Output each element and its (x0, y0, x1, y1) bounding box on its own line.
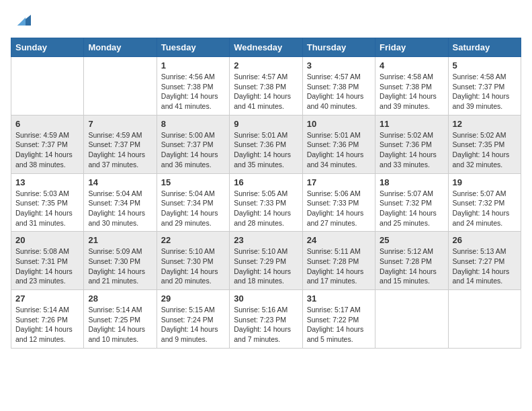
day-number: 14 (88, 177, 152, 187)
day-number: 5 (453, 60, 517, 71)
calendar-cell: 27Sunrise: 5:14 AMSunset: 7:26 PMDayligh… (11, 290, 84, 349)
calendar-cell: 24Sunrise: 5:11 AMSunset: 7:28 PMDayligh… (302, 232, 375, 290)
weekday-header-wednesday: Wednesday (230, 38, 302, 57)
calendar-cell: 4Sunrise: 4:58 AMSunset: 7:38 PMDaylight… (375, 57, 448, 116)
day-number: 23 (234, 235, 298, 245)
calendar-cell: 3Sunrise: 4:57 AMSunset: 7:38 PMDaylight… (302, 57, 375, 116)
day-number: 16 (234, 177, 298, 187)
calendar-cell: 28Sunrise: 5:14 AMSunset: 7:25 PMDayligh… (84, 290, 157, 349)
calendar-cell: 1Sunrise: 4:56 AMSunset: 7:38 PMDaylight… (157, 57, 229, 116)
day-info: Sunrise: 5:11 AMSunset: 7:28 PMDaylight:… (307, 246, 371, 286)
calendar-cell (448, 290, 521, 349)
day-number: 7 (88, 119, 152, 129)
calendar-week-row: 6Sunrise: 4:59 AMSunset: 7:37 PMDaylight… (11, 115, 521, 173)
day-info: Sunrise: 5:01 AMSunset: 7:36 PMDaylight:… (234, 130, 298, 170)
calendar-cell: 10Sunrise: 5:01 AMSunset: 7:36 PMDayligh… (302, 115, 375, 173)
day-info: Sunrise: 4:58 AMSunset: 7:37 PMDaylight:… (453, 72, 517, 111)
weekday-header-row: SundayMondayTuesdayWednesdayThursdayFrid… (11, 38, 521, 57)
day-number: 20 (15, 235, 79, 245)
day-info: Sunrise: 5:09 AMSunset: 7:30 PMDaylight:… (88, 246, 152, 286)
day-info: Sunrise: 5:10 AMSunset: 7:29 PMDaylight:… (234, 246, 298, 286)
day-number: 22 (161, 235, 225, 245)
day-number: 12 (453, 119, 517, 129)
day-info: Sunrise: 5:14 AMSunset: 7:26 PMDaylight:… (15, 305, 79, 345)
calendar-cell: 19Sunrise: 5:07 AMSunset: 7:32 PMDayligh… (448, 173, 521, 232)
day-info: Sunrise: 5:07 AMSunset: 7:32 PMDaylight:… (453, 189, 517, 228)
day-info: Sunrise: 5:13 AMSunset: 7:27 PMDaylight:… (453, 246, 517, 286)
day-number: 29 (161, 293, 225, 304)
calendar-cell: 20Sunrise: 5:08 AMSunset: 7:31 PMDayligh… (11, 232, 84, 290)
calendar-cell: 9Sunrise: 5:01 AMSunset: 7:36 PMDaylight… (230, 115, 302, 173)
day-info: Sunrise: 5:07 AMSunset: 7:32 PMDaylight:… (380, 189, 443, 228)
svg-marker-1 (17, 17, 26, 26)
day-number: 25 (380, 235, 443, 245)
day-info: Sunrise: 5:04 AMSunset: 7:34 PMDaylight:… (88, 189, 152, 228)
day-info: Sunrise: 5:03 AMSunset: 7:35 PMDaylight:… (15, 189, 79, 228)
day-number: 13 (15, 177, 79, 187)
day-info: Sunrise: 5:06 AMSunset: 7:33 PMDaylight:… (307, 189, 371, 228)
day-number: 1 (161, 60, 225, 71)
weekday-header-monday: Monday (84, 38, 157, 57)
day-info: Sunrise: 5:02 AMSunset: 7:35 PMDaylight:… (453, 130, 517, 170)
day-number: 15 (161, 177, 225, 187)
calendar-cell: 16Sunrise: 5:05 AMSunset: 7:33 PMDayligh… (230, 173, 302, 232)
day-number: 21 (88, 235, 152, 245)
day-info: Sunrise: 4:59 AMSunset: 7:37 PMDaylight:… (15, 130, 79, 170)
calendar-week-row: 20Sunrise: 5:08 AMSunset: 7:31 PMDayligh… (11, 232, 521, 290)
calendar-cell: 8Sunrise: 5:00 AMSunset: 7:37 PMDaylight… (157, 115, 229, 173)
calendar-cell: 22Sunrise: 5:10 AMSunset: 7:30 PMDayligh… (157, 232, 229, 290)
day-info: Sunrise: 5:12 AMSunset: 7:28 PMDaylight:… (380, 246, 443, 286)
calendar-cell: 21Sunrise: 5:09 AMSunset: 7:30 PMDayligh… (84, 232, 157, 290)
day-number: 10 (307, 119, 371, 129)
day-info: Sunrise: 4:56 AMSunset: 7:38 PMDaylight:… (161, 72, 225, 111)
calendar-cell: 30Sunrise: 5:16 AMSunset: 7:23 PMDayligh… (230, 290, 302, 349)
logo (11, 11, 31, 30)
logo-icon (12, 11, 31, 30)
day-number: 31 (307, 293, 371, 304)
calendar-cell: 17Sunrise: 5:06 AMSunset: 7:33 PMDayligh… (302, 173, 375, 232)
day-number: 4 (380, 60, 443, 71)
day-number: 17 (307, 177, 371, 187)
day-info: Sunrise: 4:57 AMSunset: 7:38 PMDaylight:… (307, 72, 371, 111)
day-number: 2 (234, 60, 298, 71)
calendar-week-row: 27Sunrise: 5:14 AMSunset: 7:26 PMDayligh… (11, 290, 521, 349)
calendar-cell: 29Sunrise: 5:15 AMSunset: 7:24 PMDayligh… (157, 290, 229, 349)
calendar-cell: 11Sunrise: 5:02 AMSunset: 7:36 PMDayligh… (375, 115, 448, 173)
day-number: 8 (161, 119, 225, 129)
weekday-header-sunday: Sunday (11, 38, 84, 57)
day-info: Sunrise: 5:01 AMSunset: 7:36 PMDaylight:… (307, 130, 371, 170)
calendar-cell: 13Sunrise: 5:03 AMSunset: 7:35 PMDayligh… (11, 173, 84, 232)
day-info: Sunrise: 4:58 AMSunset: 7:38 PMDaylight:… (380, 72, 443, 111)
day-number: 27 (15, 293, 79, 304)
calendar-cell: 15Sunrise: 5:04 AMSunset: 7:34 PMDayligh… (157, 173, 229, 232)
calendar-cell: 5Sunrise: 4:58 AMSunset: 7:37 PMDaylight… (448, 57, 521, 116)
calendar-cell (375, 290, 448, 349)
calendar-cell: 6Sunrise: 4:59 AMSunset: 7:37 PMDaylight… (11, 115, 84, 173)
calendar-cell (11, 57, 84, 116)
calendar-cell: 18Sunrise: 5:07 AMSunset: 7:32 PMDayligh… (375, 173, 448, 232)
calendar-cell: 12Sunrise: 5:02 AMSunset: 7:35 PMDayligh… (448, 115, 521, 173)
day-info: Sunrise: 5:00 AMSunset: 7:37 PMDaylight:… (161, 130, 225, 170)
day-info: Sunrise: 5:14 AMSunset: 7:25 PMDaylight:… (88, 305, 152, 345)
calendar-week-row: 13Sunrise: 5:03 AMSunset: 7:35 PMDayligh… (11, 173, 521, 232)
weekday-header-tuesday: Tuesday (157, 38, 229, 57)
calendar-cell: 26Sunrise: 5:13 AMSunset: 7:27 PMDayligh… (448, 232, 521, 290)
calendar-week-row: 1Sunrise: 4:56 AMSunset: 7:38 PMDaylight… (11, 57, 521, 116)
day-info: Sunrise: 5:10 AMSunset: 7:30 PMDaylight:… (161, 246, 225, 286)
weekday-header-saturday: Saturday (448, 38, 521, 57)
page-header (11, 11, 521, 30)
day-number: 30 (234, 293, 298, 304)
calendar-cell: 7Sunrise: 4:59 AMSunset: 7:37 PMDaylight… (84, 115, 157, 173)
day-info: Sunrise: 5:08 AMSunset: 7:31 PMDaylight:… (15, 246, 79, 286)
day-info: Sunrise: 5:17 AMSunset: 7:22 PMDaylight:… (307, 305, 371, 345)
day-info: Sunrise: 5:04 AMSunset: 7:34 PMDaylight:… (161, 189, 225, 228)
calendar-cell: 25Sunrise: 5:12 AMSunset: 7:28 PMDayligh… (375, 232, 448, 290)
day-number: 9 (234, 119, 298, 129)
day-number: 11 (380, 119, 443, 129)
day-info: Sunrise: 5:15 AMSunset: 7:24 PMDaylight:… (161, 305, 225, 345)
day-number: 24 (307, 235, 371, 245)
day-number: 19 (453, 177, 517, 187)
weekday-header-friday: Friday (375, 38, 448, 57)
day-info: Sunrise: 5:02 AMSunset: 7:36 PMDaylight:… (380, 130, 443, 170)
calendar-cell: 23Sunrise: 5:10 AMSunset: 7:29 PMDayligh… (230, 232, 302, 290)
